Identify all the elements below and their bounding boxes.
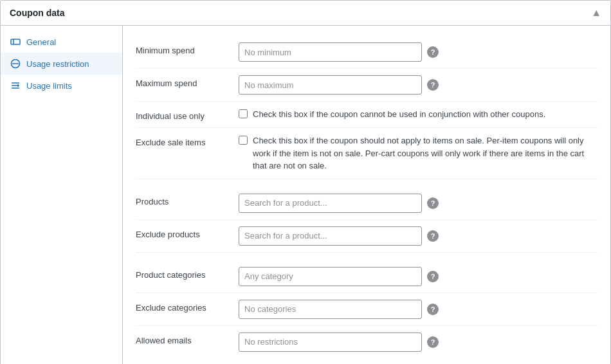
sidebar-item-usage-limits-label: Usage limits — [26, 81, 72, 91]
coupon-data-panel: Coupon data ▲ General — [0, 0, 611, 364]
exclude-sale-items-checkbox[interactable] — [239, 136, 248, 145]
product-categories-label: Product categories — [136, 267, 239, 280]
plus-icon — [10, 80, 21, 91]
collapse-button[interactable]: ▲ — [591, 7, 601, 19]
products-help[interactable]: ? — [427, 197, 439, 209]
exclude-categories-wrap: ? — [239, 300, 597, 319]
exclude-sale-items-desc: Check this box if the coupon should not … — [253, 134, 597, 172]
minimum-spend-row: Minimum spend ? — [136, 36, 597, 69]
sidebar-item-usage-limits[interactable]: Usage limits — [1, 75, 122, 96]
products-label: Products — [136, 194, 239, 206]
exclude-products-input[interactable] — [239, 226, 422, 246]
allowed-emails-input[interactable] — [239, 332, 422, 352]
exclude-products-help[interactable]: ? — [427, 230, 439, 242]
exclude-categories-label: Exclude categories — [136, 300, 239, 313]
minimum-spend-wrap: ? — [239, 42, 597, 62]
panel-header: Coupon data ▲ — [1, 1, 610, 26]
minimum-spend-label: Minimum spend — [136, 42, 239, 55]
exclude-sale-items-row: Exclude sale items Check this box if the… — [136, 128, 597, 179]
exclude-products-wrap: ? — [239, 226, 597, 246]
individual-use-desc: Check this box if the coupon cannot be u… — [253, 108, 545, 121]
product-categories-input[interactable] — [239, 267, 422, 286]
allowed-emails-help[interactable]: ? — [427, 336, 439, 348]
individual-use-checkbox-row: Check this box if the coupon cannot be u… — [239, 108, 597, 121]
product-categories-row: Product categories ? — [136, 260, 597, 293]
allowed-emails-wrap: ? — [239, 332, 597, 352]
individual-use-row: Individual use only Check this box if th… — [136, 102, 597, 128]
exclude-categories-input[interactable] — [239, 300, 422, 319]
individual-use-wrap: Check this box if the coupon cannot be u… — [239, 108, 597, 121]
exclude-sale-items-label: Exclude sale items — [136, 134, 239, 147]
maximum-spend-wrap: ? — [239, 75, 597, 95]
individual-use-label: Individual use only — [136, 108, 239, 121]
maximum-spend-label: Maximum spend — [136, 75, 239, 88]
exclude-products-row: Exclude products ? — [136, 220, 597, 253]
sidebar: General Usage restriction — [1, 26, 123, 364]
restriction-icon — [10, 58, 21, 69]
maximum-spend-help[interactable]: ? — [427, 79, 439, 91]
minimum-spend-input[interactable] — [239, 42, 422, 62]
products-wrap: ? — [239, 194, 597, 213]
individual-use-checkbox[interactable] — [239, 109, 248, 118]
exclude-sale-items-wrap: Check this box if the coupon should not … — [239, 134, 597, 172]
exclude-categories-row: Exclude categories ? — [136, 293, 597, 326]
sidebar-item-usage-restriction[interactable]: Usage restriction — [1, 53, 122, 75]
panel-title: Coupon data — [10, 8, 65, 18]
product-categories-wrap: ? — [239, 267, 597, 286]
products-input[interactable] — [239, 194, 422, 213]
svg-rect-0 — [11, 39, 20, 44]
minimum-spend-help[interactable]: ? — [427, 46, 439, 58]
maximum-spend-input[interactable] — [239, 75, 422, 95]
sidebar-item-usage-restriction-label: Usage restriction — [26, 59, 89, 69]
exclude-sale-items-checkbox-row: Check this box if the coupon should not … — [239, 134, 597, 172]
sidebar-item-general[interactable]: General — [1, 31, 122, 53]
products-row: Products ? — [136, 187, 597, 220]
maximum-spend-row: Maximum spend ? — [136, 69, 597, 102]
allowed-emails-row: Allowed emails ? — [136, 326, 597, 358]
panel-body: General Usage restriction — [1, 26, 610, 364]
exclude-categories-help[interactable]: ? — [427, 304, 439, 315]
form-content: Minimum spend ? Maximum spend ? Individu… — [123, 26, 610, 364]
sidebar-item-general-label: General — [26, 37, 56, 47]
ticket-icon — [10, 36, 21, 48]
allowed-emails-label: Allowed emails — [136, 332, 239, 345]
exclude-products-label: Exclude products — [136, 226, 239, 239]
product-categories-help[interactable]: ? — [427, 271, 439, 282]
